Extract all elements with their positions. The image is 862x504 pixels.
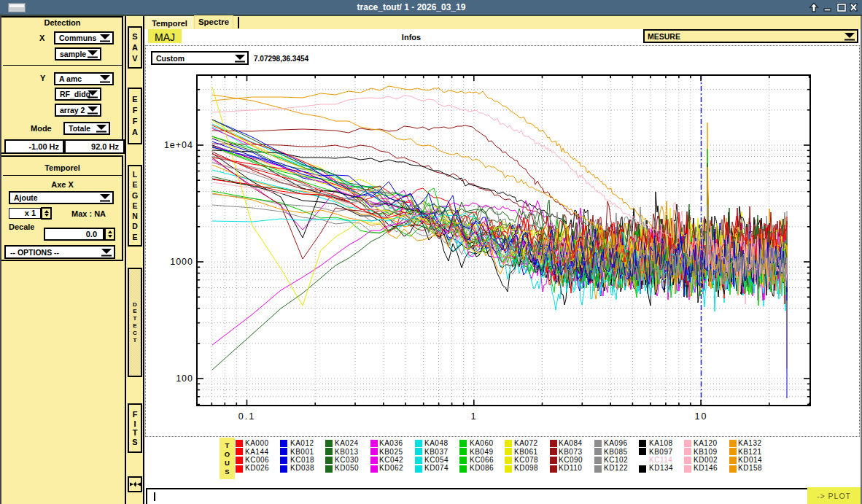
svg-text:0.1: 0.1 xyxy=(238,411,255,422)
svg-text:10: 10 xyxy=(695,411,708,422)
svg-text:1e+04: 1e+04 xyxy=(164,140,193,150)
svg-text:1000: 1000 xyxy=(170,257,193,267)
svg-text:1: 1 xyxy=(471,411,478,422)
svg-text:100: 100 xyxy=(176,373,193,384)
